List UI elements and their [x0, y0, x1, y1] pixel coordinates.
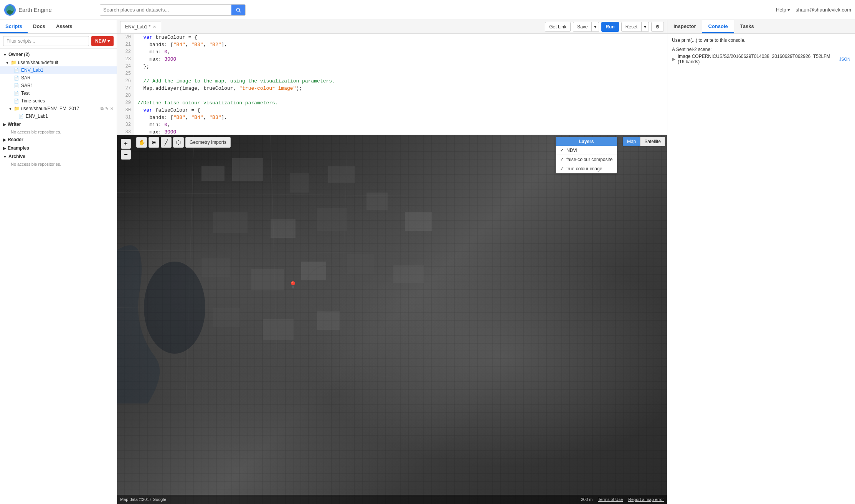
svg-rect-24: [263, 319, 294, 340]
layer-item-false-colour[interactable]: ✓ false-colour composite: [556, 155, 617, 164]
file-env-lab1-em[interactable]: 📄 ENV_Lab1: [0, 112, 117, 120]
tab-docs[interactable]: Docs: [28, 20, 51, 33]
polygon-tool-btn[interactable]: ⬡: [173, 137, 184, 148]
editor-tab-label: ENV_Lab1 *: [125, 24, 150, 30]
layer-check-ndvi: ✓: [560, 147, 564, 153]
map-type-satellite-btn[interactable]: Satellite: [640, 137, 665, 146]
layer-item-ndvi[interactable]: ✓ NDVI: [556, 146, 617, 155]
reader-section[interactable]: ▶ Reader: [0, 135, 117, 144]
console-item-arrow[interactable]: ▶: [672, 56, 675, 62]
map-type-buttons: Map Satellite: [623, 137, 665, 146]
help-btn[interactable]: Help ▾: [776, 7, 790, 13]
map-zoom-controls: + −: [121, 139, 131, 160]
line-tool-btn[interactable]: ╱: [161, 137, 172, 148]
writer-section[interactable]: ▶ Writer: [0, 120, 117, 128]
editor-tabs: ENV_Lab1 * ✕ Get Link Save ▾ Run Reset ▾…: [117, 20, 667, 34]
reset-dropdown-button[interactable]: ▾: [642, 22, 649, 32]
reset-button[interactable]: Reset: [621, 22, 642, 32]
file-sar1[interactable]: 📄 SAR1: [0, 82, 117, 89]
users-shaun-default[interactable]: ▼ 📁 users/shaun/default: [0, 59, 117, 66]
tab-console[interactable]: Console: [702, 20, 734, 33]
file-icon: 📄: [14, 68, 19, 73]
run-button[interactable]: Run: [601, 22, 619, 32]
search-button[interactable]: [231, 5, 245, 15]
svg-rect-18: [201, 258, 230, 277]
svg-rect-13: [213, 212, 248, 233]
google-earth-logo-icon: [4, 4, 16, 16]
new-script-button[interactable]: NEW ▾: [91, 36, 114, 46]
console-output: A Sentinel-2 scene: ▶ Image COPERNICUS/S…: [672, 47, 850, 64]
tab-scripts[interactable]: Scripts: [0, 20, 28, 33]
point-tool-btn[interactable]: ⊕: [149, 137, 159, 148]
layer-check-true-colour: ✓: [560, 166, 564, 171]
map-attribution: Map data ©2017 Google: [120, 497, 166, 502]
map-terms[interactable]: Terms of Use: [598, 497, 623, 502]
folder-actions: ⧉ ✎ ✕: [101, 106, 114, 111]
file-sar[interactable]: 📄 SAR: [0, 74, 117, 82]
examples-section[interactable]: ▶ Examples: [0, 144, 117, 152]
get-link-button[interactable]: Get Link: [545, 22, 571, 32]
settings-button[interactable]: ⚙: [651, 22, 664, 32]
svg-rect-12: [328, 166, 355, 183]
layer-check-false-colour: ✓: [560, 156, 564, 162]
svg-rect-21: [347, 254, 374, 274]
folder-delete-btn[interactable]: ✕: [110, 106, 114, 111]
map-toolbar: ✋ ⊕ ╱ ⬡ Geometry Imports: [136, 137, 231, 148]
map-pin-marker: 📍: [288, 281, 298, 290]
code-line-26: // Add the image to the map, using the v…: [137, 77, 664, 85]
writer-no-repos: No accessible repositories.: [0, 128, 117, 135]
main-layout: Scripts Docs Assets NEW ▾ ▼ Owner (2) ▼ …: [0, 20, 855, 504]
geometry-imports-button[interactable]: Geometry Imports: [185, 137, 231, 148]
file-time-series[interactable]: 📄 Time-series: [0, 97, 117, 105]
code-editor[interactable]: 2021222324 2526272829 3031323334 3536373…: [117, 34, 667, 135]
map-report[interactable]: Report a map error: [628, 497, 664, 502]
owner-section[interactable]: ▼ Owner (2): [0, 50, 117, 59]
map-type-map-btn[interactable]: Map: [623, 137, 640, 146]
tab-tasks[interactable]: Tasks: [734, 20, 760, 33]
layer-item-true-colour[interactable]: ✓ true-colour image: [556, 164, 617, 173]
zoom-in-button[interactable]: +: [121, 139, 131, 149]
save-button[interactable]: Save: [573, 22, 592, 32]
tab-inspector[interactable]: Inspector: [667, 20, 702, 33]
editor-tab-env-lab1[interactable]: ENV_Lab1 * ✕: [120, 21, 161, 33]
reader-arrow: ▶: [3, 138, 6, 142]
map-background[interactable]: ✋ ⊕ ╱ ⬡ Geometry Imports + − 📍: [117, 135, 667, 504]
topbar-right: Help ▾ shaun@shaunlevick.com: [776, 7, 851, 13]
svg-point-26: [305, 265, 351, 311]
tab-assets[interactable]: Assets: [51, 20, 78, 33]
scripts-toolbar: NEW ▾: [0, 34, 117, 49]
svg-rect-19: [251, 269, 284, 290]
right-panel: Inspector Console Tasks Use print(...) t…: [667, 20, 855, 504]
file-icon-sar: 📄: [14, 76, 19, 81]
user-btn[interactable]: shaun@shaunlevick.com: [796, 7, 851, 13]
folder-icon: 📁: [11, 60, 17, 65]
console-item-label: Image COPERNICUS/S2/20160629T014038_2016…: [678, 54, 837, 64]
code-area-wrapper: ENV_Lab1 * ✕ Get Link Save ▾ Run Reset ▾…: [117, 20, 667, 135]
search-input[interactable]: [100, 7, 231, 13]
console-item-json[interactable]: JSON: [839, 57, 850, 61]
editor-tab-close[interactable]: ✕: [153, 25, 156, 30]
map-scale: 200 m: [581, 497, 593, 502]
layers-panel-header: Layers: [556, 137, 617, 146]
writer-arrow: ▶: [3, 122, 6, 127]
svg-point-8: [144, 262, 205, 354]
svg-rect-15: [317, 208, 347, 231]
folder-arrow: ▼: [5, 61, 9, 65]
console-content: Use print(...) to write to this console.…: [667, 34, 855, 504]
file-env-lab1[interactable]: 📄 ENV_Lab1: [0, 66, 117, 74]
hand-tool-btn[interactable]: ✋: [136, 137, 147, 148]
layers-panel: Layers ✓ NDVI ✓ false-colour composite ✓…: [556, 137, 617, 173]
archive-section[interactable]: ▼ Archive: [0, 152, 117, 161]
svg-rect-22: [393, 265, 424, 283]
folder-edit-btn[interactable]: ✎: [105, 106, 109, 111]
folder-arrow-em: ▼: [8, 107, 12, 111]
env-em-folder[interactable]: ▼ 📁 users/shaun/ENV_EM_2017 ⧉ ✎ ✕: [0, 105, 117, 112]
filter-scripts-input[interactable]: [3, 36, 89, 46]
save-dropdown-button[interactable]: ▾: [592, 22, 599, 32]
code-area: 2021222324 2526272829 3031323334 3536373…: [117, 34, 667, 135]
left-tabs: Scripts Docs Assets: [0, 20, 117, 34]
folder-copy-btn[interactable]: ⧉: [101, 106, 104, 111]
line-numbers: 2021222324 2526272829 3031323334 3536373…: [117, 34, 134, 135]
zoom-out-button[interactable]: −: [121, 150, 131, 160]
file-test[interactable]: 📄 Test: [0, 89, 117, 97]
